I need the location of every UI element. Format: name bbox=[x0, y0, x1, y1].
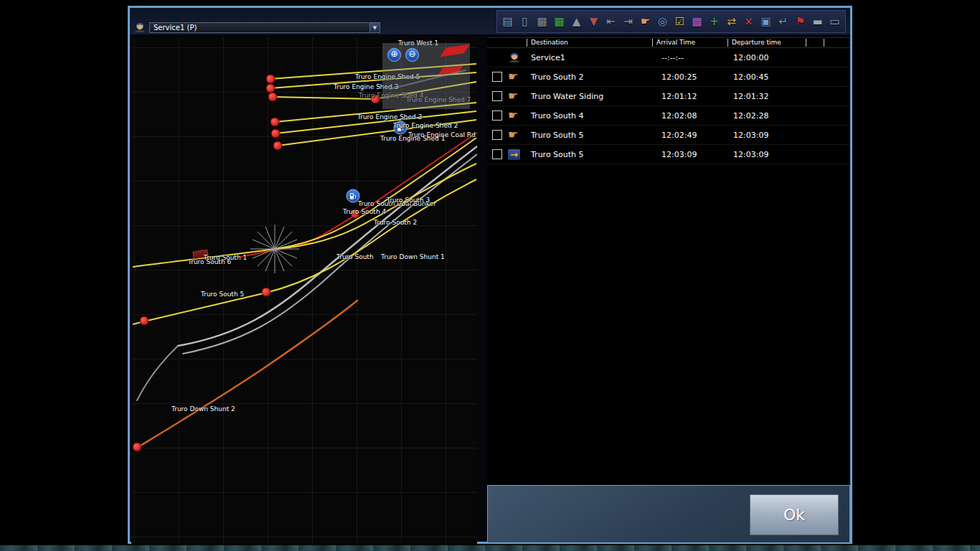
map-label: Truro Down Shunt 1 bbox=[381, 253, 445, 260]
stop-marker[interactable] bbox=[271, 129, 281, 138]
stop-marker[interactable] bbox=[266, 75, 275, 84]
map-label: Truro Engine Shed 1 bbox=[380, 135, 445, 142]
gray-tracks bbox=[137, 146, 477, 400]
ok-button[interactable]: Ok bbox=[750, 494, 839, 535]
insert-before-icon[interactable]: ⇤ bbox=[603, 13, 619, 30]
footer-panel: Ok bbox=[487, 485, 850, 543]
schedule-row[interactable]: ☛Truro South 512:02:4912:03:09 bbox=[487, 126, 850, 145]
stop-marker[interactable] bbox=[140, 316, 149, 326]
destination-cell: Truro South 5 bbox=[527, 131, 652, 140]
departure-time-cell: 12:03:09 bbox=[727, 150, 806, 159]
arrival-time-cell: 12:03:09 bbox=[652, 150, 727, 159]
schedule-row[interactable]: Service1--:--:--12:00:00 bbox=[487, 48, 850, 67]
find-icon[interactable]: ◎ bbox=[654, 13, 671, 30]
schedule-panel: Destination Arrival Time Departure time … bbox=[487, 37, 850, 485]
stop-marker[interactable] bbox=[273, 141, 283, 151]
select-hand-icon[interactable]: ☛ bbox=[637, 13, 654, 30]
paste-icon[interactable]: ▯ bbox=[517, 13, 533, 30]
desktop-background: Service1 (P) ▼ ▤▯▦▦▲▼⇤⇥☛◎☑▩+⇄×▣↵⚑▬▭ bbox=[0, 0, 980, 551]
edit-timetable-icon[interactable]: ☑ bbox=[672, 13, 688, 30]
schedule-header: Destination Arrival Time Departure time bbox=[487, 38, 850, 48]
route-map-panel[interactable]: Truro West 1Truro Engine Shed 5Truro Eng… bbox=[131, 37, 477, 544]
arrival-time-cell: --:--:-- bbox=[652, 53, 727, 62]
map-label: Truro South 3 bbox=[387, 197, 430, 204]
driver-icon bbox=[508, 50, 521, 65]
map-label: Truro South 2 bbox=[374, 219, 417, 226]
zoom-out-icon[interactable]: ⊖ bbox=[405, 48, 419, 62]
header-departure-time: Departure time bbox=[727, 39, 806, 47]
map-label: Truro Engine Shed 3 bbox=[357, 113, 422, 121]
schedule-rows: Service1--:--:--12:00:00☛Truro South 212… bbox=[487, 48, 850, 164]
hand-pointer-icon: ☛ bbox=[508, 71, 518, 83]
grid-icon[interactable]: ▦ bbox=[534, 13, 550, 30]
map-label: Truro South 6 bbox=[188, 258, 231, 265]
schedule-row[interactable]: →Truro South 512:03:0912:03:09 bbox=[487, 145, 850, 164]
hand-pointer-icon: ☛ bbox=[508, 129, 518, 141]
junction-starburst bbox=[250, 225, 299, 273]
import-icon[interactable]: ↵ bbox=[775, 13, 791, 30]
hand-pointer-icon: ☛ bbox=[508, 110, 518, 121]
move-up-icon[interactable]: ▲ bbox=[568, 13, 585, 30]
top-bar: Service1 (P) ▼ ▤▯▦▦▲▼⇤⇥☛◎☑▩+⇄×▣↵⚑▬▭ bbox=[130, 8, 850, 34]
copy-schedule-icon[interactable]: ▣ bbox=[758, 13, 774, 30]
collapse-icon[interactable]: ▬ bbox=[809, 13, 826, 30]
row-checkbox[interactable] bbox=[492, 72, 502, 82]
arrival-time-cell: 12:02:49 bbox=[652, 131, 727, 140]
service-dropdown-value: Service1 (P) bbox=[150, 23, 369, 32]
window-icon[interactable]: ▭ bbox=[826, 13, 843, 30]
arrival-time-cell: 12:00:25 bbox=[652, 72, 727, 82]
flag-icon[interactable]: ⚑ bbox=[792, 13, 809, 30]
row-checkbox[interactable] bbox=[492, 110, 502, 121]
map-label: Truro Down Shunt 2 bbox=[171, 405, 235, 413]
zoom-in-icon[interactable]: ⊕ bbox=[387, 48, 401, 62]
chevron-down-icon[interactable]: ▼ bbox=[369, 23, 380, 32]
header-extra-2 bbox=[824, 39, 850, 47]
timetable-editor-window: Service1 (P) ▼ ▤▯▦▦▲▼⇤⇥☛◎☑▩+⇄×▣↵⚑▬▭ bbox=[128, 6, 852, 544]
departure-time-cell: 12:01:32 bbox=[727, 92, 806, 101]
destination-cell: Truro South 2 bbox=[527, 72, 652, 82]
save-icon[interactable]: ▤ bbox=[499, 13, 516, 30]
minimap-gray-track bbox=[389, 70, 466, 90]
stop-marker[interactable] bbox=[262, 288, 271, 297]
departure-time-cell: 12:03:09 bbox=[727, 131, 806, 140]
departure-time-cell: 12:02:28 bbox=[727, 111, 806, 121]
map-label: Truro South 5 bbox=[201, 291, 244, 298]
header-arrival-time: Arrival Time bbox=[652, 39, 727, 47]
toolbar: ▤▯▦▦▲▼⇤⇥☛◎☑▩+⇄×▣↵⚑▬▭ bbox=[496, 10, 846, 33]
grid-add-icon[interactable]: ▦ bbox=[551, 13, 567, 30]
arrival-time-cell: 12:02:08 bbox=[652, 111, 727, 121]
reverse-direction-icon[interactable]: ⇄ bbox=[723, 13, 740, 30]
departure-time-cell: 12:00:00 bbox=[727, 53, 806, 62]
schedule-row[interactable]: ☛Truro South 412:02:0812:02:28 bbox=[487, 106, 850, 126]
schedule-row[interactable]: ☛Truro Water Siding12:01:1212:01:32 bbox=[487, 87, 850, 106]
header-spacer bbox=[487, 39, 527, 47]
stop-marker[interactable] bbox=[270, 118, 280, 127]
stop-marker[interactable] bbox=[268, 93, 278, 102]
arrival-time-cell: 12:01:12 bbox=[652, 92, 727, 101]
stop-marker[interactable] bbox=[133, 443, 142, 452]
service-dropdown[interactable]: Service1 (P) ▼ bbox=[149, 22, 380, 33]
stop-marker[interactable] bbox=[266, 84, 275, 93]
insert-after-icon[interactable]: ⇥ bbox=[620, 13, 636, 30]
add-stop-icon[interactable]: + bbox=[706, 13, 722, 30]
row-checkbox[interactable] bbox=[492, 130, 502, 140]
destination-cell: Service1 bbox=[527, 53, 652, 62]
header-destination: Destination bbox=[527, 39, 652, 47]
minimap-red-track bbox=[440, 44, 469, 57]
move-down-icon[interactable]: ▼ bbox=[585, 13, 602, 30]
row-checkbox[interactable] bbox=[492, 149, 502, 159]
destination-cell: Truro South 5 bbox=[527, 150, 652, 159]
schedule-row[interactable]: ☛Truro South 212:00:2512:00:45 bbox=[487, 67, 850, 87]
track-map-svg bbox=[131, 37, 477, 544]
desktop-edge-strip bbox=[0, 545, 980, 551]
hand-pointer-icon: ☛ bbox=[508, 90, 518, 102]
final-stop-arrow-icon: → bbox=[508, 149, 520, 160]
service-driver-icon bbox=[133, 20, 146, 32]
map-label: Truro South bbox=[336, 253, 374, 260]
destination-cell: Truro South 4 bbox=[527, 111, 652, 121]
departure-time-cell: 12:00:45 bbox=[727, 72, 806, 82]
row-checkbox[interactable] bbox=[492, 91, 502, 101]
delete-service-icon[interactable]: × bbox=[740, 13, 757, 30]
destination-cell: Truro Water Siding bbox=[527, 92, 652, 101]
color-grid-icon[interactable]: ▩ bbox=[689, 13, 705, 30]
